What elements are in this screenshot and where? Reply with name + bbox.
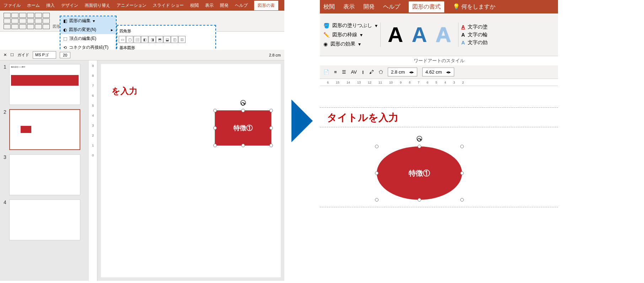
handle-bl[interactable]	[213, 144, 217, 147]
width-input[interactable]: 4.62 cm◂▸	[422, 68, 454, 76]
handle-tl-r[interactable]	[375, 145, 379, 148]
tab-file[interactable]: ファイル	[4, 2, 21, 9]
align-icon[interactable]: ≡	[334, 69, 337, 75]
height-input[interactable]: 2.8 cm◂▸	[388, 68, 417, 76]
handle-b-r[interactable]	[418, 198, 421, 202]
text-fill-icon: A	[461, 24, 465, 30]
quick-toolbar: ✕ ☐ガイド MS Pゴ 20 2.8 cm	[0, 50, 284, 60]
guide-line-2	[320, 127, 558, 127]
edit-points-icon: ⬚	[63, 36, 67, 41]
fill-icon: 🪣	[323, 23, 329, 28]
tell-me[interactable]: 💡 何をしますか	[453, 3, 495, 11]
text-fill[interactable]: A文字の塗	[461, 24, 488, 30]
transition-arrow-icon	[291, 100, 313, 142]
handle-l-r[interactable]	[375, 171, 379, 175]
rotate-handle-r[interactable]: ⟳	[417, 136, 422, 142]
wordart-style-2[interactable]: A	[407, 22, 431, 47]
handle-r[interactable]	[269, 126, 273, 130]
selected-shape[interactable]: ⟳ 特徴①	[215, 110, 272, 146]
thumb-4[interactable]	[9, 199, 80, 240]
outline-icon: ✏️	[323, 32, 329, 38]
submenu-arrow-icon: ▸	[111, 27, 113, 32]
tab-help[interactable]: ヘルプ	[235, 2, 248, 9]
handle-bl-r[interactable]	[375, 198, 379, 202]
font-size[interactable]: 20	[60, 52, 70, 58]
connector-icon: ⟲	[63, 45, 67, 50]
edit-points-item[interactable]: ⬚頂点の編集(E)	[60, 34, 116, 43]
tab-view[interactable]: 表示	[205, 2, 214, 9]
shape-text: 特徴①	[215, 111, 271, 145]
canvas: 9876543210 を入力 ⟳ 特徴①	[89, 60, 284, 281]
list-icon[interactable]: ☰	[342, 69, 346, 75]
guide-checkbox[interactable]: ☐	[10, 53, 14, 57]
tab-shape-format[interactable]: 図形の書	[254, 1, 278, 10]
highlighter-icon[interactable]: 🖍	[369, 69, 374, 75]
thumb-num-4: 4	[4, 199, 6, 240]
handle-tr[interactable]	[269, 109, 273, 112]
slide-area[interactable]: を入力 ⟳ 特徴①	[101, 64, 281, 277]
ribbon-tabs-right: 校閲 表示 開発 ヘルプ 図形の書式 💡 何をしますか	[320, 0, 558, 14]
ribbon-tabs: ファイル ホーム 挿入 デザイン 画面切り替え アニメーション スライド ショー…	[0, 0, 284, 11]
tab-review-r[interactable]: 校閲	[323, 3, 335, 11]
tab-shape-format-r[interactable]: 図形の書式	[409, 1, 444, 12]
guide-line-1	[320, 107, 558, 108]
handle-t-r[interactable]	[418, 145, 421, 148]
handle-br[interactable]	[269, 144, 273, 147]
handle-l[interactable]	[213, 126, 217, 130]
shape-effects[interactable]: ◉図形の効果 ▾	[323, 41, 377, 47]
shape-gallery-mini[interactable]	[4, 13, 50, 29]
selected-oval[interactable]: ⟳ 特徴①	[377, 146, 462, 200]
handle-b[interactable]	[241, 144, 245, 147]
tab-help-r[interactable]: ヘルプ	[383, 3, 400, 11]
slide-thumbnails: 1株式会社○○○ 御中 2 3 4	[0, 60, 89, 281]
tab-dev[interactable]: 開発	[220, 2, 229, 9]
cat-rectangles: 四角形	[119, 27, 214, 35]
close-icon[interactable]: ✕	[4, 53, 7, 57]
tab-transition[interactable]: 画面切り替え	[85, 2, 110, 9]
slide-title[interactable]: を入力	[112, 85, 138, 97]
thumb-1[interactable]: 株式会社○○○ 御中	[9, 64, 80, 105]
thumb-3[interactable]	[9, 154, 80, 195]
handle-tl[interactable]	[213, 109, 217, 112]
shape-fill[interactable]: 🪣図形の塗りつぶし ▾	[323, 22, 377, 29]
dropdown-header[interactable]: ◧図形の編集 ▾	[60, 16, 116, 25]
text-outline[interactable]: A文字の輪	[461, 32, 488, 38]
text-style-options: A文字の塗 A文字の輪 A文字の効	[461, 24, 488, 46]
text-effects[interactable]: A文字の効	[461, 39, 488, 46]
shape-tool-icon[interactable]: ⬠	[379, 69, 383, 75]
wordart-style-1[interactable]: A	[383, 22, 407, 47]
tab-slideshow[interactable]: スライド ショー	[153, 2, 184, 9]
edit-shape-dropdown: ◧図形の編集 ▾ ◐図形の変更(N)▸ ⬚頂点の編集(E) ⟲コネクタの再接続(…	[60, 16, 117, 53]
wordart-gallery[interactable]: A A A	[380, 22, 458, 47]
wordart-style-3[interactable]: A	[431, 22, 455, 47]
tab-design[interactable]: デザイン	[61, 2, 78, 9]
thumb-2[interactable]	[9, 109, 80, 150]
oval-text: 特徴①	[377, 146, 462, 200]
tab-dev-r[interactable]: 開発	[363, 3, 375, 11]
spacing-icon[interactable]: AV	[351, 69, 357, 75]
tab-review[interactable]: 校閲	[190, 2, 199, 9]
handle-tr-r[interactable]	[460, 145, 464, 148]
tab-home[interactable]: ホーム	[27, 2, 40, 9]
handle-r-r[interactable]	[460, 171, 464, 175]
handle-t[interactable]	[241, 109, 245, 112]
shape-outline[interactable]: ✏️図形の枠線 ▾	[323, 32, 377, 38]
format-toolbar: 📄 ≡ ☰ AV ⫿ 🖍 ⬠ 2.8 cm◂▸ 4.62 cm◂▸	[320, 65, 558, 79]
textbox-icon[interactable]: 📄	[323, 69, 329, 75]
dim-h: 2.8 cm	[269, 53, 281, 57]
vertical-ruler: 9876543210	[89, 60, 97, 281]
font-select[interactable]: MS Pゴ	[33, 51, 56, 59]
rectangles-grid[interactable]: ▭▢⬜◧◨⬒⬓◫⊡	[119, 35, 214, 44]
guide-line-3	[320, 207, 558, 207]
direction-icon[interactable]: ⫿	[362, 69, 364, 75]
handle-br-r[interactable]	[460, 198, 464, 202]
canvas-right[interactable]: タイトルを入力 ⟳ 特徴①	[320, 86, 558, 242]
tab-animation[interactable]: アニメーション	[117, 2, 146, 9]
change-shape-item[interactable]: ◐図形の変更(N)▸	[60, 25, 116, 34]
thumb-num-1: 1	[4, 64, 6, 105]
shape-style-options: 🪣図形の塗りつぶし ▾ ✏️図形の枠線 ▾ ◉図形の効果 ▾	[323, 22, 377, 47]
rotate-handle[interactable]: ⟳	[240, 100, 246, 106]
tab-view-r[interactable]: 表示	[343, 3, 355, 11]
tab-insert[interactable]: 挿入	[46, 2, 55, 9]
slide-title-right[interactable]: タイトルを入力	[327, 111, 398, 124]
